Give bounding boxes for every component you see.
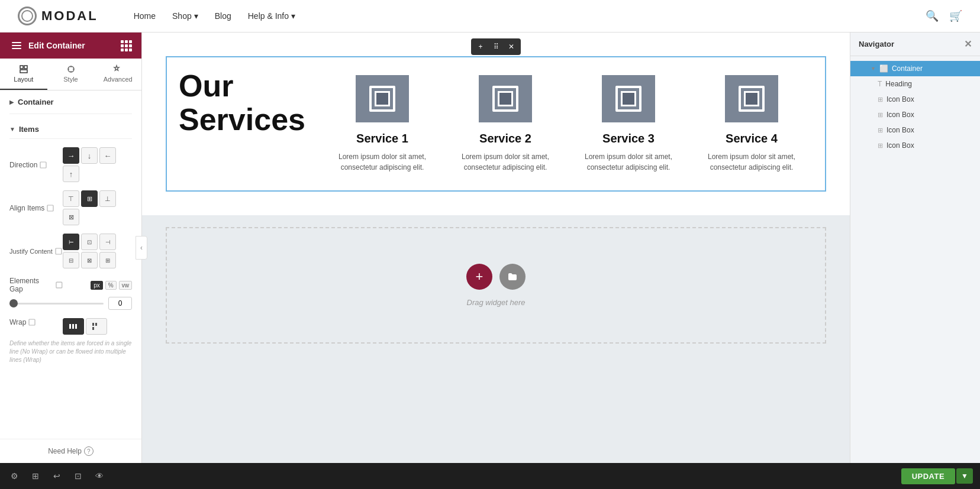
apps-icon[interactable]	[121, 40, 132, 51]
cart-icon[interactable]: 🛒	[949, 9, 962, 22]
direction-col-btn[interactable]: ↓	[81, 147, 98, 164]
align-end-btn[interactable]: ⊥	[99, 190, 116, 207]
service-text-2: Lorem ipsum dolor sit amet, consectetur …	[450, 151, 561, 173]
direction-row-reverse-btn[interactable]: ←	[99, 147, 116, 164]
direction-label: Direction	[9, 161, 63, 169]
move-btn[interactable]: ⠿	[490, 41, 502, 53]
tab-style[interactable]: Style	[47, 59, 95, 90]
wrap-hint: Define whether the items are forced in a…	[9, 339, 132, 364]
nav-icons: 🔍 🛒	[926, 9, 962, 22]
align-stretch-btn[interactable]: ⊠	[63, 209, 79, 225]
close-btn[interactable]: ✕	[505, 41, 517, 53]
service-card-3[interactable]: Service 3 Lorem ipsum dolor sit amet, co…	[567, 69, 690, 179]
service-card-4[interactable]: Service 4 Lorem ipsum dolor sit amet, co…	[690, 69, 813, 179]
navigator-tree: ▼ ⬜ Container T Heading ⊞ Icon Box ⊞ Ico…	[850, 56, 980, 463]
services-title: Our Services	[179, 69, 309, 137]
container-section-header[interactable]: ▶ Container	[9, 98, 132, 106]
wrap-btn[interactable]	[86, 318, 107, 335]
align-start-btn[interactable]: ⊤	[63, 190, 79, 207]
add-element-btn[interactable]: +	[475, 41, 486, 53]
nav-blog[interactable]: Blog	[215, 11, 231, 21]
service-icon-3	[602, 75, 655, 122]
svg-rect-1	[24, 66, 27, 69]
justify-space-evenly-btn[interactable]: ⊞	[99, 252, 116, 268]
drag-hint: Drag widget here	[467, 298, 526, 307]
responsive-icon[interactable]: ⊡	[71, 469, 85, 483]
items-section-header[interactable]: ▼ Items	[9, 120, 132, 139]
justify-end-btn[interactable]: ⊣	[99, 234, 116, 250]
menu-icon[interactable]	[9, 40, 24, 51]
unit-vw-btn[interactable]: vw	[119, 281, 132, 290]
preview-icon[interactable]: 👁	[92, 469, 107, 483]
nav-links: Home Shop ▾ Blog Help & Info ▾	[134, 11, 295, 21]
justify-content-control: Justify Content ⊢ ⊡ ⊣ ⊟ ⊠ ⊞	[9, 234, 132, 268]
unit-percent-btn[interactable]: %	[105, 281, 117, 290]
gap-slider[interactable]	[9, 303, 104, 305]
iconbox-icon-1: ⊞	[878, 96, 883, 103]
service-title-1: Service 1	[327, 132, 438, 145]
direction-row-btn[interactable]: →	[63, 147, 79, 164]
nav-item-iconbox-3[interactable]: ⊞ Icon Box	[850, 122, 980, 138]
empty-section[interactable]: + Drag widget here	[166, 227, 826, 344]
iconbox-icon-2: ⊞	[878, 111, 883, 119]
service-title-3: Service 3	[573, 132, 684, 145]
nowrap-btn[interactable]	[63, 318, 84, 335]
chevron-down-icon: ▾	[291, 11, 295, 21]
undo-icon[interactable]: ↩	[50, 469, 64, 483]
svg-rect-8	[29, 319, 35, 325]
tab-advanced[interactable]: Advanced	[94, 59, 141, 90]
service-card-1[interactable]: Service 1 Lorem ipsum dolor sit amet, co…	[321, 69, 444, 179]
service-card-2[interactable]: Service 2 Lorem ipsum dolor sit amet, co…	[444, 69, 567, 179]
add-widget-btn[interactable]: +	[466, 264, 492, 290]
svg-rect-0	[20, 66, 23, 69]
svg-rect-6	[56, 248, 62, 254]
unit-buttons: px % vw	[91, 281, 132, 290]
site-logo[interactable]: MODAL	[18, 7, 98, 25]
chevron-icon: ▼	[871, 66, 876, 72]
nav-item-container[interactable]: ▼ ⬜ Container	[850, 61, 980, 76]
gap-value-input[interactable]	[108, 297, 132, 310]
search-icon[interactable]: 🔍	[926, 9, 939, 22]
align-center-btn[interactable]: ⊞	[81, 190, 98, 207]
container-toolbar: + ⠿ ✕	[471, 38, 521, 55]
direction-col-reverse-btn[interactable]: ↑	[63, 166, 79, 182]
wrap-label: Wrap	[9, 318, 63, 326]
service-cards: Service 1 Lorem ipsum dolor sit amet, co…	[321, 69, 813, 179]
justify-space-between-btn[interactable]: ⊟	[63, 252, 79, 268]
service-icon-2	[479, 75, 532, 122]
need-help[interactable]: Need Help ?	[0, 439, 141, 463]
direction-buttons: → ↓ ← ↑	[63, 147, 132, 182]
justify-center-btn[interactable]: ⊡	[81, 234, 98, 250]
justify-space-around-btn[interactable]: ⊠	[81, 252, 98, 268]
justify-start-btn[interactable]: ⊢	[63, 234, 79, 250]
nav-item-iconbox-1[interactable]: ⊞ Icon Box	[850, 92, 980, 107]
nav-item-iconbox-2[interactable]: ⊞ Icon Box	[850, 107, 980, 122]
service-title-4: Service 4	[696, 132, 807, 145]
update-button[interactable]: UPDATE	[901, 468, 955, 484]
services-heading: Our Services	[179, 69, 309, 137]
unit-px-btn[interactable]: px	[91, 281, 103, 290]
nav-help[interactable]: Help & Info ▾	[248, 11, 295, 21]
svg-rect-5	[47, 205, 53, 211]
left-panel: Edit Container Layout Style	[0, 33, 142, 463]
service-icon-inner-2	[492, 86, 518, 112]
nav-item-heading[interactable]: T Heading	[850, 76, 980, 92]
layers-icon[interactable]: ⊞	[28, 469, 43, 483]
nav-shop[interactable]: Shop ▾	[172, 11, 198, 21]
svg-rect-11	[75, 324, 77, 329]
close-navigator-btn[interactable]: ✕	[964, 38, 972, 50]
selected-container[interactable]: + ⠿ ✕ Our Services	[166, 56, 826, 192]
update-dropdown-btn[interactable]: ▼	[956, 468, 973, 484]
svg-rect-14	[92, 327, 94, 330]
canvas-area: + ⠿ ✕ Our Services	[142, 33, 850, 463]
svg-rect-9	[69, 324, 71, 329]
nav-item-iconbox-4[interactable]: ⊞ Icon Box	[850, 138, 980, 153]
svg-rect-13	[95, 323, 97, 326]
nav-home[interactable]: Home	[134, 11, 156, 21]
settings-icon[interactable]: ⚙	[7, 469, 21, 483]
navigator-title: Navigator	[859, 40, 894, 48]
folder-btn[interactable]	[499, 264, 526, 290]
tab-layout[interactable]: Layout	[0, 59, 47, 90]
svg-rect-10	[72, 324, 74, 329]
collapse-panel-handle[interactable]: ‹	[136, 236, 147, 260]
